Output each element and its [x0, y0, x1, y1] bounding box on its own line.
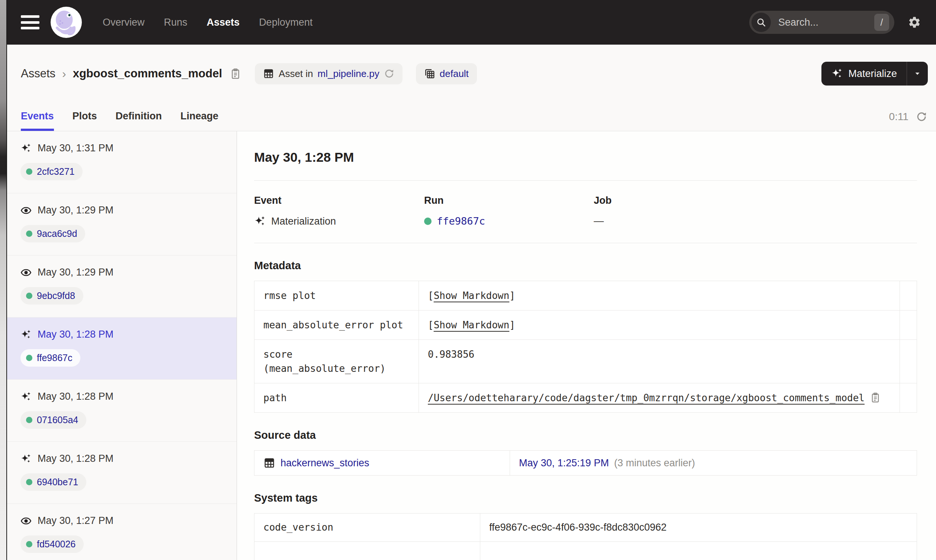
table-row: score (mean_absolute_error) 0.983856 — [254, 340, 917, 383]
source-time-link[interactable]: May 30, 1:25:19 PM — [519, 457, 609, 469]
score-value: 0.983856 — [428, 347, 474, 362]
search-icon — [751, 13, 771, 32]
run-id-link[interactable]: 6940be71 — [37, 477, 78, 488]
tab-definition[interactable]: Definition — [116, 111, 162, 131]
copy-path-icon[interactable] — [870, 392, 881, 403]
event-time: May 30, 1:31 PM — [38, 142, 114, 154]
nav-item-deployment[interactable]: Deployment — [259, 17, 313, 28]
system-tags-heading: System tags — [254, 492, 917, 504]
event-list-item[interactable]: May 30, 1:31 PM 2cfc3271 — [7, 131, 237, 193]
run-status-dot — [26, 355, 32, 361]
materialize-label: Materialize — [848, 68, 897, 80]
event-list-item[interactable]: May 30, 1:29 PM 9ebc9fd8 — [7, 255, 237, 318]
reload-location-icon[interactable] — [384, 68, 394, 79]
run-badge[interactable]: 071605a4 — [20, 411, 86, 429]
spacer-cell — [900, 340, 918, 383]
run-badge[interactable]: ffe9867c — [20, 349, 80, 367]
materialize-dropdown-button[interactable] — [907, 62, 928, 86]
run-id-link[interactable]: fd540026 — [37, 539, 75, 549]
run-badge[interactable]: 9ebc9fd8 — [20, 287, 83, 305]
run-id-link[interactable]: 071605a4 — [37, 415, 78, 425]
event-type-value: Materialization — [271, 216, 336, 227]
run-id-link[interactable]: 2cfc3271 — [37, 166, 74, 177]
event-list-item-selected[interactable]: May 30, 1:28 PM ffe9867c — [7, 318, 237, 380]
asset-location-badge: Asset in ml_pipeline.py — [255, 63, 403, 85]
materialization-icon — [20, 143, 32, 154]
event-time: May 30, 1:29 PM — [38, 267, 114, 278]
event-list-item[interactable]: May 30, 1:29 PM 9aca6c9d — [7, 193, 237, 255]
event-time: May 30, 1:28 PM — [38, 329, 114, 340]
event-time: May 30, 1:28 PM — [38, 391, 114, 402]
source-time-cell: May 30, 1:25:19 PM (3 minutes earlier) — [510, 451, 917, 475]
source-asset-cell: hackernews_stories — [254, 451, 510, 475]
run-status-dot — [424, 217, 431, 225]
run-status-dot — [26, 479, 32, 485]
search-shortcut-badge: / — [874, 14, 889, 31]
spacer-cell — [900, 383, 918, 412]
spacer-cell — [900, 281, 918, 310]
breadcrumb-assets-link[interactable]: Assets — [21, 67, 55, 80]
code-location-link[interactable]: ml_pipeline.py — [318, 68, 379, 80]
event-time: May 30, 1:27 PM — [38, 515, 114, 526]
table-row: rmse plot [Show Markdown] — [254, 281, 917, 310]
gear-icon[interactable] — [908, 15, 921, 29]
event-column-label: Event — [254, 195, 424, 206]
run-id-link[interactable]: ffe9867c — [437, 215, 485, 227]
run-column-label: Run — [424, 195, 594, 206]
table-icon — [263, 457, 275, 469]
tab-events[interactable]: Events — [21, 111, 54, 131]
refresh-countdown: 0:11 — [889, 111, 908, 123]
spacer-cell — [900, 311, 918, 340]
run-id-link[interactable]: 9aca6c9d — [37, 228, 77, 239]
copy-asset-name-icon[interactable] — [229, 68, 242, 80]
menu-icon[interactable] — [21, 15, 39, 29]
tab-lineage[interactable]: Lineage — [180, 111, 219, 131]
materialization-icon — [254, 215, 266, 227]
metadata-key: mean_absolute_error plot — [254, 311, 419, 340]
nav-item-assets[interactable]: Assets — [207, 17, 240, 28]
table-row: path /Users/odetteharary/code/dagster/tm… — [254, 383, 917, 412]
source-asset-link[interactable]: hackernews_stories — [280, 457, 369, 469]
materialization-icon — [20, 329, 32, 340]
run-status-dot — [26, 417, 32, 423]
dagster-logo[interactable] — [51, 7, 82, 38]
event-list-item[interactable]: May 30, 1:27 PM fd540026 — [7, 504, 237, 560]
path-link[interactable]: /Users/odetteharary/code/dagster/tmp_0mz… — [428, 391, 865, 405]
run-badge[interactable]: fd540026 — [20, 535, 84, 553]
tab-plots[interactable]: Plots — [72, 111, 97, 131]
nav-item-overview[interactable]: Overview — [103, 17, 145, 28]
refresh-icon[interactable] — [916, 111, 927, 122]
job-column-label: Job — [594, 195, 611, 206]
search-input[interactable]: Search... / — [749, 11, 894, 34]
event-time: May 30, 1:29 PM — [38, 205, 114, 216]
materialize-button[interactable]: Materialize — [821, 62, 907, 86]
show-markdown-link[interactable]: Show Markdown — [434, 319, 510, 331]
run-id-link[interactable]: 9ebc9fd8 — [37, 291, 75, 301]
repo-icon — [424, 68, 435, 79]
materialize-sparkle-icon — [831, 68, 843, 80]
bracket: [ — [428, 319, 434, 331]
source-data-heading: Source data — [254, 429, 917, 442]
metadata-key: path — [254, 383, 419, 412]
event-detail-title: May 30, 1:28 PM — [254, 150, 917, 165]
materialization-icon — [20, 391, 32, 402]
nav-item-runs[interactable]: Runs — [164, 17, 188, 28]
event-detail-panel: May 30, 1:28 PM Event Materialization Ru… — [237, 131, 936, 560]
materialization-icon — [20, 453, 32, 465]
system-tag-key — [254, 542, 480, 560]
metadata-value: [Show Markdown] — [419, 311, 900, 340]
metadata-value: /Users/odetteharary/code/dagster/tmp_0mz… — [419, 383, 900, 412]
run-badge[interactable]: 2cfc3271 — [20, 163, 83, 180]
breadcrumb-row: Assets › xgboost_comments_model Asset in… — [0, 45, 936, 91]
materialize-button-group: Materialize — [821, 62, 928, 86]
run-badge[interactable]: 6940be71 — [20, 473, 86, 491]
event-list-item[interactable]: May 30, 1:28 PM 6940be71 — [7, 442, 237, 504]
event-list-item[interactable]: May 30, 1:28 PM 071605a4 — [7, 380, 237, 442]
repository-link[interactable]: default — [440, 68, 469, 80]
show-markdown-link[interactable]: Show Markdown — [434, 290, 510, 301]
table-row — [254, 542, 917, 560]
run-badge[interactable]: 9aca6c9d — [20, 225, 85, 242]
run-status-dot — [26, 168, 32, 175]
breadcrumb-chevron-icon: › — [62, 67, 66, 81]
run-id-link[interactable]: ffe9867c — [37, 352, 72, 363]
